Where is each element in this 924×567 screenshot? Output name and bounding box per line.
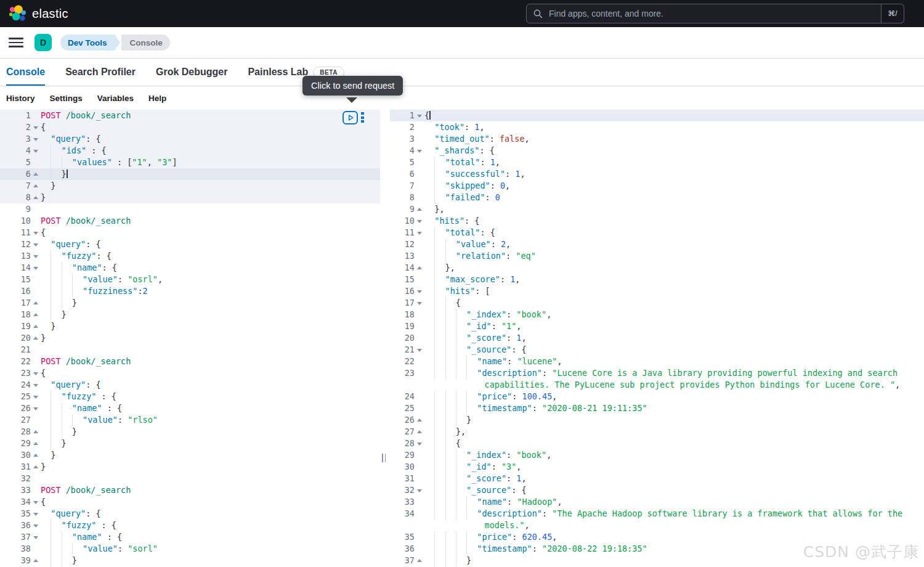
fold-toggle-icon[interactable]: [33, 384, 38, 387]
code-line[interactable]: 12 "value": 2,: [390, 239, 924, 250]
code-line[interactable]: 2 "took": 1,: [390, 121, 924, 133]
code-line[interactable]: 37 "name" : {: [0, 531, 380, 543]
menu-item-help[interactable]: Help: [148, 94, 166, 103]
code-line[interactable]: 11 "total": {: [390, 227, 924, 239]
code-line[interactable]: 25 "timestamp": "2020-08-21 19:11:35": [390, 402, 924, 414]
fold-toggle-icon[interactable]: [33, 430, 38, 433]
code-line[interactable]: 1POST /book/_search: [0, 110, 380, 121]
request-editor-pane[interactable]: 1POST /book/_search2{3 "query": {4 "ids"…: [0, 110, 380, 567]
fold-toggle-icon[interactable]: [417, 290, 422, 293]
tab-console[interactable]: Console: [6, 59, 45, 86]
fold-toggle-icon[interactable]: [33, 255, 38, 258]
menu-item-settings[interactable]: Settings: [50, 94, 83, 103]
code-line[interactable]: 14 },: [390, 262, 924, 274]
code-line[interactable]: 30 "_id": "3",: [390, 461, 924, 473]
code-line[interactable]: 39 }: [0, 555, 380, 566]
code-line[interactable]: 10POST /book/_search: [0, 215, 380, 227]
code-line[interactable]: 3 "query": {: [0, 133, 380, 145]
fold-toggle-icon[interactable]: [33, 454, 38, 457]
code-line[interactable]: 22 "name": "lucene",: [390, 356, 924, 367]
code-line[interactable]: 15 "max_score": 1,: [390, 274, 924, 285]
panel-resizer-handle[interactable]: [382, 454, 386, 462]
fold-toggle-icon[interactable]: [33, 267, 38, 270]
fold-toggle-icon[interactable]: [417, 232, 422, 235]
menu-item-history[interactable]: History: [6, 94, 35, 103]
response-viewer-pane[interactable]: 1{2 "took": 1,3 "timed_out": false,4 "_s…: [390, 110, 924, 567]
fold-toggle-icon[interactable]: [33, 325, 38, 328]
code-line[interactable]: 31 "_score": 1,: [390, 473, 924, 484]
fold-toggle-icon[interactable]: [33, 513, 38, 516]
fold-toggle-icon[interactable]: [417, 266, 422, 269]
code-line[interactable]: 3 "timed_out": false,: [390, 133, 924, 145]
code-line[interactable]: 23{: [0, 367, 380, 379]
fold-toggle-icon[interactable]: [417, 430, 422, 433]
fold-toggle-icon[interactable]: [33, 138, 38, 141]
breadcrumb-console[interactable]: Console: [121, 35, 170, 51]
code-line[interactable]: 29 "_index": "book",: [390, 449, 924, 461]
code-line[interactable]: 4 "ids" : {: [0, 145, 380, 157]
code-line[interactable]: 20 "_score": 1,: [390, 332, 924, 344]
code-line[interactable]: 9: [0, 203, 380, 215]
fold-toggle-icon[interactable]: [33, 501, 38, 504]
code-line[interactable]: 21 "_source": {: [390, 344, 924, 356]
code-wrap-line[interactable]: models.",: [390, 520, 924, 531]
code-line[interactable]: 2{: [0, 121, 380, 133]
code-line[interactable]: 25 "fuzzy" : {: [0, 391, 380, 402]
fold-toggle-icon[interactable]: [417, 220, 422, 223]
fold-toggle-icon[interactable]: [33, 396, 38, 399]
code-line[interactable]: 5 "values" : ["1", "3"]: [0, 157, 380, 168]
code-line[interactable]: 37 }: [390, 555, 924, 566]
fold-toggle-icon[interactable]: [33, 442, 38, 445]
code-line[interactable]: 19 "_id": "1",: [390, 320, 924, 332]
code-line[interactable]: 14 "name": {: [0, 262, 380, 274]
code-line[interactable]: 29 }: [0, 438, 380, 449]
fold-toggle-icon[interactable]: [417, 349, 422, 352]
code-line[interactable]: 26 }: [390, 414, 924, 426]
fold-toggle-icon[interactable]: [417, 489, 422, 492]
fold-toggle-icon[interactable]: [33, 559, 38, 562]
code-line[interactable]: 33 "name": "Hadoop",: [390, 496, 924, 508]
code-line[interactable]: 20}: [0, 332, 380, 344]
code-line[interactable]: 6 "successful": 1,: [390, 168, 924, 180]
code-line[interactable]: 7 "skipped": 0,: [390, 180, 924, 192]
global-search-box[interactable]: [526, 4, 881, 23]
fold-toggle-icon[interactable]: [33, 524, 38, 528]
code-line[interactable]: 10 "hits": {: [390, 215, 924, 227]
code-line[interactable]: 28 }: [0, 426, 380, 438]
code-line[interactable]: 11{: [0, 227, 380, 239]
fold-toggle-icon[interactable]: [417, 302, 422, 305]
code-line[interactable]: 17 }: [0, 297, 380, 309]
fold-toggle-icon[interactable]: [33, 126, 38, 129]
code-line[interactable]: 21: [0, 344, 380, 356]
code-line[interactable]: 12 "query": {: [0, 239, 380, 250]
fold-toggle-icon[interactable]: [33, 173, 38, 176]
code-line[interactable]: 36 "fuzzy" : {: [0, 520, 380, 531]
fold-toggle-icon[interactable]: [417, 150, 422, 153]
fold-toggle-icon[interactable]: [33, 407, 38, 410]
code-line[interactable]: 27 "value": "rlso": [0, 414, 380, 426]
code-line[interactable]: 38 "value": "sorl": [0, 543, 380, 555]
fold-toggle-icon[interactable]: [33, 372, 38, 375]
code-line[interactable]: 31}: [0, 461, 380, 473]
fold-toggle-icon[interactable]: [417, 559, 422, 562]
elastic-logo[interactable]: elastic: [9, 5, 68, 22]
fold-toggle-icon[interactable]: [417, 115, 422, 118]
fold-toggle-icon[interactable]: [417, 443, 422, 446]
code-line[interactable]: 7 }: [0, 180, 380, 192]
fold-toggle-icon[interactable]: [33, 313, 38, 316]
code-line[interactable]: 15 "value": "osrl",: [0, 274, 380, 285]
code-line[interactable]: 13 "relation": "eq": [390, 250, 924, 262]
fold-toggle-icon[interactable]: [33, 243, 38, 247]
menu-item-variables[interactable]: Variables: [97, 94, 134, 103]
code-line[interactable]: 18 }: [0, 309, 380, 320]
menu-toggle-icon[interactable]: [9, 38, 23, 47]
code-line[interactable]: 36 "timestamp": "2020-08-22 19:18:35": [390, 543, 924, 555]
code-line[interactable]: 27 },: [390, 426, 924, 438]
fold-toggle-icon[interactable]: [33, 536, 38, 539]
code-line[interactable]: 23 "description": "Lucene Core is a Java…: [390, 367, 924, 379]
fold-toggle-icon[interactable]: [33, 337, 38, 340]
code-line[interactable]: 4 "_shards": {: [390, 145, 924, 157]
code-line[interactable]: 26 "name" : {: [0, 402, 380, 414]
deployment-badge[interactable]: D: [34, 34, 52, 51]
code-line[interactable]: 24 "query": {: [0, 379, 380, 391]
